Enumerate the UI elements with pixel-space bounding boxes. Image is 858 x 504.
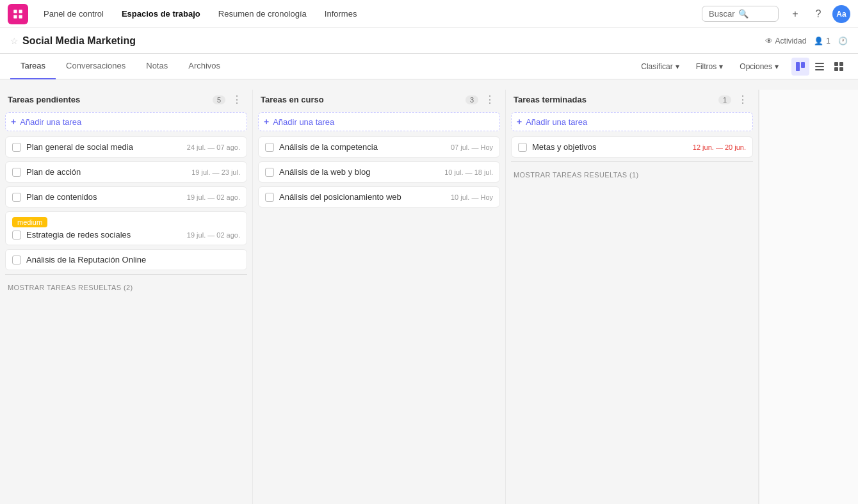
column-title-en-curso: Tareas en curso <box>261 95 462 104</box>
nav-informes[interactable]: Informes <box>317 5 365 22</box>
task-card[interactable]: Plan de acción19 jul. — 23 jul. <box>5 161 247 183</box>
help-button[interactable]: ? <box>809 5 827 23</box>
show-resolved-pendientes[interactable]: MOSTRAR TAREAS RESUELTAS (2) <box>5 280 247 295</box>
task-name: Plan de contenidos <box>26 192 182 202</box>
svg-rect-5 <box>801 62 805 68</box>
column-count-terminadas: 1 <box>718 95 731 104</box>
members-count: 1 <box>826 37 830 45</box>
top-nav: Panel de control Espacios de trabajo Res… <box>0 0 858 28</box>
opciones-button[interactable]: Opciones ▾ <box>733 60 785 74</box>
nav-panel-de-control[interactable]: Panel de control <box>36 5 111 22</box>
kanban-view-icon[interactable] <box>791 58 809 76</box>
view-controls: Clasificar ▾ Filtros ▾ Opciones ▾ <box>635 58 848 76</box>
nav-resumen-cronologia[interactable]: Resumen de cronología <box>211 5 314 22</box>
task-card[interactable]: Análisis de la web y blog10 jul. — 18 ju… <box>258 161 500 183</box>
project-title: Social Media Marketing <box>22 35 136 47</box>
svg-rect-7 <box>815 66 824 67</box>
task-checkbox[interactable] <box>12 143 21 152</box>
clock-button[interactable]: 🕐 <box>838 37 848 45</box>
svg-rect-2 <box>13 15 17 18</box>
svg-rect-8 <box>815 69 824 70</box>
add-task-button-en-curso[interactable]: +Añadir una tarea <box>258 112 500 131</box>
empty-column <box>759 90 858 504</box>
kanban-board: Tareas pendientes5⋮+Añadir una tareaPlan… <box>0 79 858 504</box>
task-name: Análisis del posicionamiento web <box>279 192 446 202</box>
clasificar-label: Clasificar <box>641 62 672 71</box>
add-task-label: Añadir una tarea <box>20 117 81 127</box>
svg-rect-0 <box>13 10 17 13</box>
task-checkbox[interactable] <box>12 168 21 177</box>
add-task-label: Añadir una tarea <box>526 117 587 127</box>
task-checkbox[interactable] <box>518 143 527 152</box>
task-date: 10 jul. — 18 jul. <box>444 168 493 176</box>
search-icon: 🔍 <box>738 9 749 19</box>
star-icon[interactable]: ☆ <box>10 36 19 46</box>
add-button[interactable]: + <box>786 5 804 23</box>
filtros-label: Filtros <box>696 62 717 71</box>
column-menu-pendientes[interactable]: ⋮ <box>229 92 245 107</box>
show-resolved-terminadas[interactable]: MOSTRAR TAREAS RESUELTAS (1) <box>511 167 753 183</box>
svg-rect-4 <box>796 62 800 71</box>
task-name: Estrategia de redes sociales <box>26 230 182 240</box>
clock-icon: 🕐 <box>838 37 848 45</box>
task-checkbox[interactable] <box>265 143 274 152</box>
task-row: Estrategia de redes sociales19 jul. — 02… <box>12 230 240 240</box>
svg-rect-9 <box>834 62 838 66</box>
column-count-en-curso: 3 <box>465 95 478 104</box>
task-card[interactable]: Análisis de la competencia07 jul. — Hoy <box>258 136 500 158</box>
task-card[interactable]: Análisis del posicionamiento web10 jul. … <box>258 186 500 207</box>
task-checkbox[interactable] <box>12 256 21 264</box>
task-card[interactable]: Metas y objetivos12 jun. — 20 jun. <box>511 136 753 158</box>
tab-tareas[interactable]: Tareas <box>10 54 56 79</box>
task-checkbox[interactable] <box>12 193 21 202</box>
task-checkbox[interactable] <box>265 168 274 177</box>
clasificar-button[interactable]: Clasificar ▾ <box>635 60 685 74</box>
filtros-button[interactable]: Filtros ▾ <box>690 60 730 74</box>
activity-button[interactable]: 👁 Actividad <box>765 37 807 45</box>
task-badge: medium <box>12 217 47 227</box>
activity-label: Actividad <box>775 37 807 45</box>
task-name: Análisis de la competencia <box>279 142 446 152</box>
add-task-label: Añadir una tarea <box>273 117 334 127</box>
column-header-terminadas: Tareas terminadas1⋮ <box>511 90 753 112</box>
task-row: Análisis del posicionamiento web10 jul. … <box>265 192 493 202</box>
column-terminadas: Tareas terminadas1⋮+Añadir una tareaMeta… <box>506 90 759 504</box>
task-date: 07 jul. — Hoy <box>451 143 493 151</box>
tab-conversaciones[interactable]: Conversaciones <box>56 54 136 79</box>
add-task-button-pendientes[interactable]: +Añadir una tarea <box>5 112 247 131</box>
plus-icon: + <box>264 117 269 127</box>
task-card[interactable]: mediumEstrategia de redes sociales19 jul… <box>5 211 247 245</box>
column-en-curso: Tareas en curso3⋮+Añadir una tareaAnális… <box>253 90 506 504</box>
task-name: Análisis de la web y blog <box>279 167 439 177</box>
column-menu-en-curso[interactable]: ⋮ <box>482 92 498 107</box>
task-card[interactable]: Plan de contenidos19 jul. — 02 ago. <box>5 186 247 207</box>
task-card[interactable]: Plan general de social media24 jul. — 07… <box>5 136 247 158</box>
filtros-chevron-icon: ▾ <box>719 62 723 71</box>
user-avatar[interactable]: Aa <box>832 5 850 23</box>
table-view-icon[interactable] <box>830 58 848 76</box>
opciones-chevron-icon: ▾ <box>775 62 779 71</box>
task-name: Plan de acción <box>26 167 186 177</box>
svg-rect-3 <box>19 15 22 18</box>
task-checkbox[interactable] <box>12 231 21 240</box>
nav-espacios-de-trabajo[interactable]: Espacios de trabajo <box>114 5 208 22</box>
column-header-pendientes: Tareas pendientes5⋮ <box>5 90 247 112</box>
task-row: Análisis de la Reputación Online <box>12 255 240 264</box>
task-checkbox[interactable] <box>265 193 274 202</box>
task-date: 19 jul. — 02 ago. <box>187 193 240 201</box>
column-title-pendientes: Tareas pendientes <box>8 95 209 104</box>
search-box[interactable]: Buscar 🔍 <box>702 6 779 22</box>
task-card[interactable]: Análisis de la Reputación Online <box>5 249 247 270</box>
column-header-en-curso: Tareas en curso3⋮ <box>258 90 500 112</box>
svg-rect-10 <box>839 62 843 66</box>
task-date: 19 jul. — 02 ago. <box>187 231 240 239</box>
column-menu-terminadas[interactable]: ⋮ <box>735 92 750 107</box>
list-view-icon[interactable] <box>811 58 829 76</box>
plus-icon: + <box>11 117 16 127</box>
task-name: Análisis de la Reputación Online <box>26 255 240 264</box>
tab-notas[interactable]: Notas <box>136 54 178 79</box>
task-date: 10 jul. — Hoy <box>451 193 493 201</box>
tab-archivos[interactable]: Archivos <box>178 54 231 79</box>
members-button[interactable]: 👤 1 <box>814 37 830 45</box>
add-task-button-terminadas[interactable]: +Añadir una tarea <box>511 112 753 131</box>
